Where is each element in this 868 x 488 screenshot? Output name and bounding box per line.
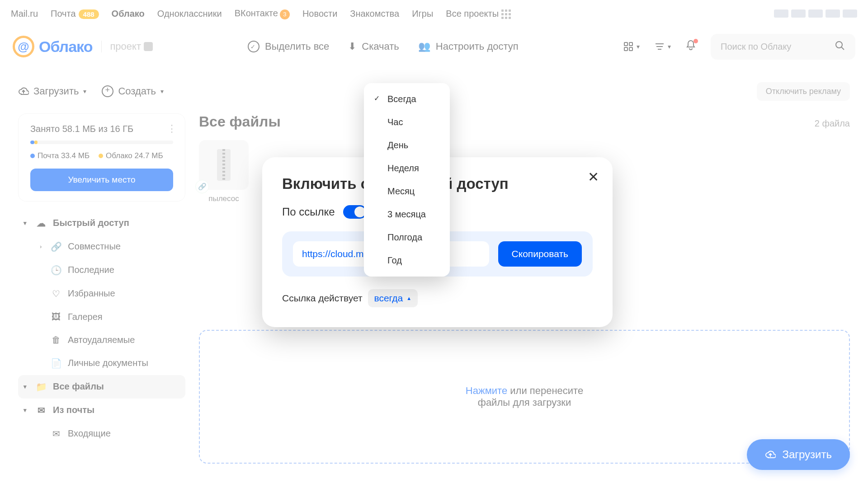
link-toggle[interactable] (343, 205, 367, 219)
by-link-label: По ссылке (282, 206, 335, 218)
expiry-label: Ссылка действует (282, 293, 363, 304)
duration-option-week[interactable]: Неделя (364, 157, 450, 180)
duration-option-hour[interactable]: Час (364, 111, 450, 134)
duration-dropdown[interactable]: всегда ▲ (368, 289, 418, 307)
duration-option-month[interactable]: Месяц (364, 180, 450, 203)
duration-option-year[interactable]: Год (364, 249, 450, 272)
copy-button[interactable]: Скопировать (498, 241, 582, 267)
duration-menu: Всегда Час День Неделя Месяц 3 месяца По… (364, 83, 450, 277)
caret-up-icon: ▲ (406, 296, 411, 301)
duration-option-halfyear[interactable]: Полгода (364, 226, 450, 249)
duration-option-always[interactable]: Всегда (364, 88, 450, 111)
duration-option-3months[interactable]: 3 месяца (364, 203, 450, 226)
duration-value: всегда (374, 293, 403, 304)
duration-option-day[interactable]: День (364, 134, 450, 157)
close-button[interactable]: ✕ (588, 169, 599, 185)
